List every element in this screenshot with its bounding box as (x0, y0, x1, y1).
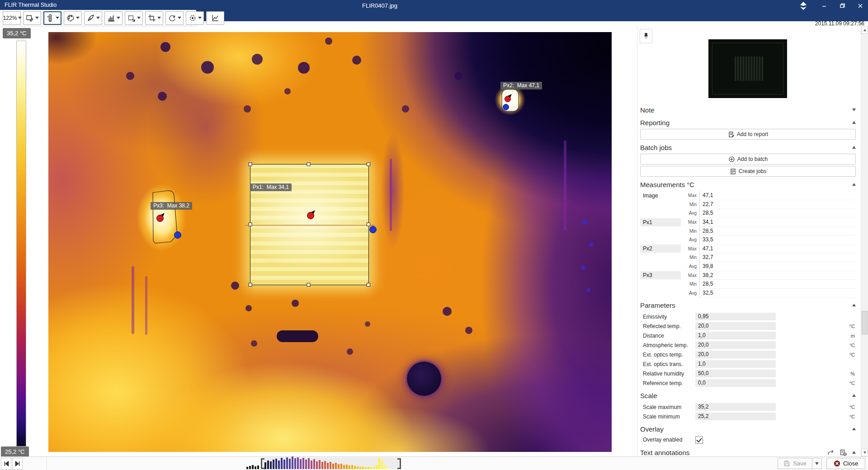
add-annotation-icon[interactable] (840, 449, 847, 456)
parameter-value-field[interactable]: 0,0 (695, 379, 776, 387)
create-jobs-button[interactable]: Create jobs (640, 166, 856, 177)
add-to-report-button[interactable]: Add to report (640, 129, 856, 140)
panel-scrollbar[interactable] (861, 26, 868, 456)
parameter-value-field[interactable]: 50,0 (695, 370, 776, 377)
parameter-label: Reference temp. (640, 380, 695, 386)
px2-region[interactable] (502, 89, 519, 111)
region-select-tool-button[interactable] (125, 11, 143, 25)
measurement-name[interactable]: Px2 (640, 244, 681, 253)
px3-region[interactable] (153, 191, 181, 243)
scrollbar-thumb[interactable] (862, 311, 868, 334)
section-text-annotations[interactable]: Text annotations (640, 447, 856, 457)
restore-button[interactable] (836, 1, 848, 10)
measurement-stat-label: Max (681, 193, 699, 198)
measurement-value: 28,5 (699, 279, 856, 289)
histogram-tool-button[interactable] (104, 11, 123, 25)
flir-logo-icon (797, 1, 809, 11)
section-reporting[interactable]: Reporting (640, 118, 856, 127)
px2-label: Px2: Max 47,1 (500, 82, 542, 89)
save-options-button[interactable] (812, 458, 822, 469)
section-title: Batch jobs (640, 144, 672, 151)
px3-label: Px3: Max 38,2 (151, 202, 192, 210)
blur-tool-button[interactable] (186, 11, 204, 25)
rotate-tool-button[interactable] (165, 11, 184, 25)
overlay-enabled-checkbox[interactable] (695, 436, 703, 444)
close-button[interactable]: Close (826, 458, 865, 469)
crop-tool-button[interactable] (145, 11, 163, 25)
previous-image-button[interactable] (1, 458, 11, 470)
thermal-image[interactable]: Px1: Max 34,1 Px2: Max 47,1 Px3: Max 38,… (48, 32, 612, 452)
histogram-bar (302, 458, 304, 469)
histogram-bar (330, 462, 331, 469)
overlay-enabled-label: Overlay enabled (640, 437, 695, 443)
histogram-bar (349, 465, 350, 469)
histogram-icon (107, 14, 115, 22)
parameter-unit: °C (776, 343, 856, 348)
plot-tool-button[interactable] (206, 11, 224, 25)
measurement-value: 34,1 (699, 217, 856, 227)
palette-tool-button[interactable] (64, 11, 82, 25)
parameter-value-field[interactable]: 1,0 (695, 360, 776, 368)
pin-button[interactable] (640, 29, 652, 43)
parameter: Emissivity0,95 (640, 312, 856, 321)
measurement-row: Px1Max34,1 (640, 218, 856, 227)
parameter-value-field[interactable]: 20,0 (695, 341, 776, 349)
section-batch-jobs[interactable]: Batch jobs (640, 142, 856, 152)
plot-icon (211, 14, 219, 22)
footer-divider (47, 457, 47, 470)
measurement-value: 39,8 (699, 262, 856, 271)
section-parameters[interactable]: Parameters (640, 300, 856, 310)
span-zone (261, 457, 401, 469)
zoom-level: 122% (3, 15, 17, 21)
parameter-label: Emissivity (640, 314, 695, 320)
section-measurements[interactable]: Measurements °C (640, 179, 856, 189)
scroll-up-button[interactable] (861, 26, 868, 34)
scale-value-field[interactable]: 25,2 (695, 413, 776, 420)
chevron-up-icon (852, 183, 856, 186)
section-overlay[interactable]: Overlay (640, 424, 856, 434)
close-window-button[interactable] (854, 1, 866, 10)
next-image-button[interactable] (12, 458, 23, 470)
parameter-value-field[interactable]: 20,0 (695, 322, 776, 330)
image-edit-tool-button[interactable] (23, 11, 41, 25)
measurement-name[interactable]: Px3 (640, 271, 681, 279)
parameter-label: Distance (640, 333, 695, 339)
import-annotations-icon[interactable] (827, 449, 834, 456)
histogram-underflow-bars (246, 465, 261, 469)
add-to-batch-button[interactable]: Add to batch (640, 154, 856, 164)
crop-icon (148, 14, 156, 22)
scale-tool-button[interactable] (43, 11, 61, 25)
histogram-bar (286, 457, 288, 469)
scroll-down-button[interactable] (861, 449, 868, 456)
measurement-name[interactable]: Image (640, 193, 681, 199)
annotation-pen-tool-button[interactable] (84, 11, 102, 25)
parameter-value-field[interactable]: 1,0 (695, 332, 776, 339)
histogram-bar (264, 462, 266, 469)
app-window: FLIR Thermal Studio FLIR0407.jpg 122% (0, 0, 868, 470)
chevron-up-icon (852, 451, 856, 454)
minimize-button[interactable] (818, 1, 830, 10)
px1-min-marker (370, 226, 377, 233)
histogram-bar (267, 461, 269, 469)
histogram-bar (327, 463, 329, 469)
color-scale-bar[interactable] (16, 41, 26, 446)
parameter-value-field[interactable]: 0,95 (695, 313, 776, 320)
measurement-name[interactable]: Px1 (640, 218, 681, 226)
section-title: Overlay (640, 425, 664, 433)
scale-value-field[interactable]: 35,2 (695, 403, 776, 411)
section-scale[interactable]: Scale (640, 390, 856, 400)
measurement-stat-label: Avg (681, 264, 699, 269)
px1-region[interactable] (249, 163, 377, 287)
parameter-value-field[interactable]: 20,0 (695, 351, 776, 358)
scale: Scale minimum25,2°C (640, 412, 856, 421)
chevron-up-icon (852, 121, 856, 124)
span-min-handle[interactable] (261, 458, 264, 469)
span-max-handle[interactable] (397, 458, 401, 469)
photo-thumbnail[interactable] (708, 39, 787, 98)
colorbar-min-label: 25,2 °C (1, 446, 29, 457)
section-note[interactable]: Note (640, 105, 856, 115)
region-select-icon (127, 14, 136, 22)
save-button[interactable]: Save (778, 458, 812, 469)
chevron-down-icon (852, 108, 856, 111)
zoom-tool-button[interactable]: 122% (3, 11, 21, 25)
